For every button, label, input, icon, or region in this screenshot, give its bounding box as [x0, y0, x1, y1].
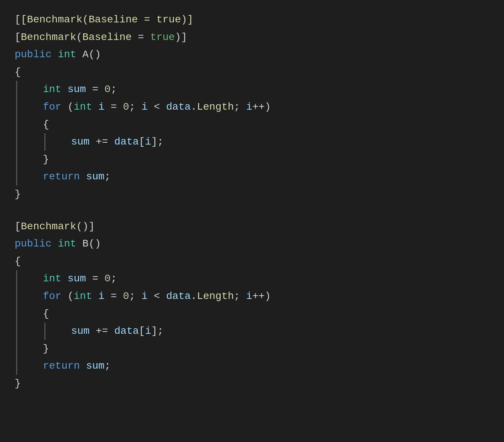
line-5a: for (int i = 0; i < data.Length; i++)	[21, 98, 489, 116]
vbar-a	[16, 81, 17, 186]
line-3a: {	[15, 63, 489, 81]
line-1a: [Benchmark(Baseline = true)]	[15, 29, 489, 46]
line-10a: }	[15, 186, 489, 203]
line-benchmark-a: [[Benchmark(Baseline = true)]	[15, 11, 489, 29]
code-editor: [[Benchmark(Baseline = true)] [Benchmark…	[15, 11, 489, 392]
line-5b: for (int i = 0; i < data.Length; i++)	[21, 288, 489, 305]
line-2a: public int A()	[15, 46, 489, 63]
line-1b: [Benchmark()]	[15, 218, 489, 235]
line-7a: sum += data[i];	[49, 133, 163, 151]
vbar-b-inner	[44, 322, 45, 340]
line-8a: }	[21, 151, 489, 168]
vbar-b	[16, 270, 17, 375]
for-a-body: sum += data[i];	[21, 133, 489, 151]
line-6b: {	[21, 305, 489, 323]
line-2b: public int B()	[15, 235, 489, 253]
line-3b: {	[15, 253, 489, 270]
method-b-block: [Benchmark()] public int B() { int sum =…	[15, 218, 489, 392]
line-4a: int sum = 0;	[21, 81, 489, 98]
line-9a: return sum;	[21, 168, 489, 186]
method-b-body: int sum = 0; for (int i = 0; i < data.Le…	[15, 270, 489, 375]
method-a-body: int sum = 0; for (int i = 0; i < data.Le…	[15, 81, 489, 186]
method-a-block: [[Benchmark(Baseline = true)] [Benchmark…	[15, 11, 489, 203]
line-10b: }	[15, 375, 489, 392]
line-8b: }	[21, 340, 489, 358]
method-spacer	[15, 203, 489, 218]
benchmark-attr: [Benchmark(Baseline = true)]	[21, 11, 193, 29]
line-7b: sum += data[i];	[49, 322, 163, 340]
for-b-body: sum += data[i];	[21, 322, 489, 340]
line-6a: {	[21, 116, 489, 134]
vbar-a-inner	[44, 133, 45, 151]
line-4b: int sum = 0;	[21, 270, 489, 288]
line-9b: return sum;	[21, 357, 489, 375]
